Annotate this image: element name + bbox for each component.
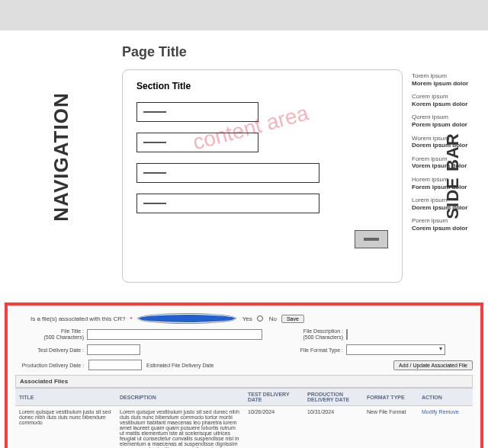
file-desc-input[interactable]: [346, 329, 348, 340]
upper-layout: NAVIGATION Page Title Section Title cont…: [0, 30, 488, 298]
main-column: Page Title Section Title content area SI…: [122, 30, 488, 283]
radio-yes[interactable]: [137, 313, 236, 324]
question-row: Is a file(s) associated with this CR? * …: [15, 313, 473, 324]
table-row: Lorem quisque vestibulum justo sit sed d…: [15, 406, 473, 448]
sidebar-item[interactable]: Corem ipsumKorem ipsum dolor: [412, 93, 488, 107]
sidebar-column: SIDE BAR Torem ipsumMorem ipsum dolor Co…: [412, 69, 488, 283]
file-desc-label: File Description :(500 Characters): [274, 328, 343, 340]
file-format-select[interactable]: [346, 344, 445, 355]
file-format-label: File Format Type :: [274, 347, 343, 354]
prod-date-label: Production Delivery Date :: [15, 363, 84, 369]
associated-files-panel: Is a file(s) associated with this CR? * …: [5, 302, 483, 448]
file-title-label: File Title :(500 Characters): [15, 328, 84, 340]
form-field-4[interactable]: [136, 194, 319, 213]
associated-files-table: TITLE DESCRIPTION TEST DELIVERY DATE PRO…: [15, 388, 473, 448]
col-test-date[interactable]: TEST DELIVERY DATE: [244, 389, 303, 406]
section-title: Section Title: [136, 81, 388, 91]
form-field-3[interactable]: [136, 163, 319, 183]
cell-format: New File Format: [363, 406, 418, 448]
test-date-input[interactable]: [87, 344, 140, 355]
file-title-input[interactable]: [87, 329, 262, 340]
sidebar-item[interactable]: Porem ipsumCorem ipsum dolor: [412, 217, 488, 232]
col-prod-date[interactable]: PRODUCTION DELIVERY DATE: [303, 389, 363, 406]
cell-description: Lorem quisque vestibulum justo sit sed d…: [116, 406, 244, 448]
navigation-label: NAVIGATION: [50, 92, 73, 221]
col-action[interactable]: ACTION: [418, 389, 473, 406]
required-asterisk: *: [130, 315, 133, 322]
cell-prod-date: 10/31/2024: [303, 406, 363, 448]
page-title: Page Title: [122, 44, 488, 60]
prod-date-input[interactable]: [88, 360, 142, 370]
no-label: No: [269, 315, 277, 322]
sidebar-item[interactable]: Qorem ipsumPorem ipsum dolor: [412, 114, 488, 128]
add-update-button[interactable]: Add / Update Associated File: [393, 360, 473, 370]
top-bar: [0, 0, 488, 30]
form-field-2[interactable]: [136, 133, 258, 152]
est-date-label: Estimated File Delivery Date: [146, 363, 214, 368]
sidebar-label: SIDE BAR: [442, 133, 462, 219]
question-label: Is a file(s) associated with this CR?: [30, 315, 126, 322]
test-date-label: Test Delivery Date :: [15, 347, 84, 354]
form-field-1[interactable]: [136, 102, 258, 122]
col-title[interactable]: TITLE: [15, 389, 116, 406]
modify-link[interactable]: Modify: [422, 409, 438, 414]
remove-link[interactable]: Remove: [439, 409, 459, 414]
cell-action: Modify Remove: [418, 406, 473, 448]
navigation-column: NAVIGATION: [0, 30, 122, 283]
cell-test-date: 10/26/2024: [244, 406, 303, 448]
cell-title: Lorem quisque vestibulum justo sit sed d…: [15, 406, 116, 448]
radio-no[interactable]: [257, 315, 263, 322]
associated-files-header: Associated Files: [15, 375, 473, 388]
sidebar-item[interactable]: Torem ipsumMorem ipsum dolor: [412, 72, 488, 87]
col-format[interactable]: FORMAT TYPE: [363, 389, 418, 406]
yes-label: Yes: [242, 315, 252, 322]
col-description[interactable]: DESCRIPTION: [116, 389, 244, 406]
submit-button[interactable]: [355, 230, 388, 248]
save-button[interactable]: Save: [281, 315, 304, 323]
content-area: Section Title content area SIDE BAR Tore…: [122, 69, 488, 283]
content-card: Section Title content area: [122, 69, 403, 283]
